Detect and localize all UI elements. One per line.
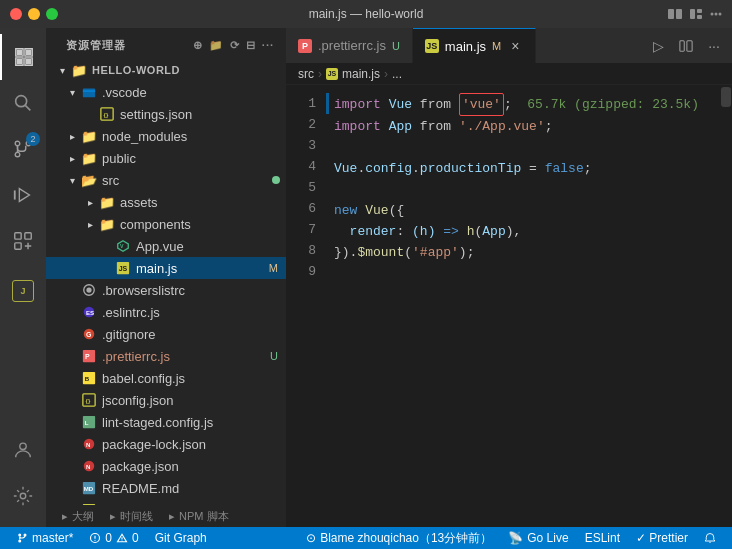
editor-controls: ▷ ··· (640, 28, 732, 63)
svg-point-6 (715, 13, 718, 16)
close-button[interactable] (10, 8, 22, 20)
maximize-button[interactable] (46, 8, 58, 20)
prettier-item[interactable]: ✓ Prettier (628, 527, 696, 549)
tree-arrow-assets: ▸ (82, 194, 98, 210)
svg-point-60 (121, 540, 122, 541)
tree-item-browserslistrc[interactable]: .browserslistrc (46, 279, 286, 301)
git-graph-item[interactable]: Git Graph (147, 527, 215, 549)
panel-label-outline: 大纲 (72, 509, 94, 524)
tree-label-readme: README.md (102, 481, 286, 496)
tree-item-package-json[interactable]: N package.json (46, 455, 286, 477)
code-line-3 (334, 137, 718, 158)
blame-item[interactable]: ⊙ Blame zhouqichao（13分钟前） (298, 527, 500, 549)
sidebar-item-explorer[interactable] (0, 34, 46, 80)
bell-item[interactable] (696, 527, 724, 549)
svg-line-9 (25, 105, 30, 110)
split-editor-icon[interactable] (668, 9, 682, 19)
tree-item-lint-staged[interactable]: L lint-staged.config.js (46, 411, 286, 433)
breadcrumb-part-more[interactable]: ... (392, 67, 402, 81)
tree-item-assets[interactable]: ▸ 📁 assets (46, 191, 286, 213)
npm-scripts-panel[interactable]: ▸ NPM 脚本 (161, 507, 237, 526)
svg-point-7 (719, 13, 722, 16)
file-icon-main-js: JS (114, 259, 132, 277)
tree-item-readme[interactable]: MD README.md (46, 477, 286, 499)
tree-label-components: components (120, 217, 286, 232)
breadcrumb-part-src[interactable]: src (298, 67, 314, 81)
tab-label-prettierrc: .prettierrc.js (318, 38, 386, 53)
svg-text:N: N (86, 463, 90, 470)
run-code-btn[interactable]: ▷ (646, 34, 670, 58)
eslint-item[interactable]: ESLint (577, 527, 628, 549)
split-editor-btn[interactable] (674, 34, 698, 58)
tree-item-public[interactable]: ▸ 📁 public (46, 147, 286, 169)
code-line-8: }).$mount('#app'); (334, 242, 718, 263)
git-branch-item[interactable]: master* (8, 527, 81, 549)
tab-bar-wrapper: P .prettierrc.js U JS main.js M × (286, 28, 640, 63)
tree-item-root[interactable]: ▾ 📁 HELLO-WORLD (46, 59, 286, 81)
layout-icon[interactable] (690, 9, 702, 19)
tree-item-babel-config[interactable]: B babel.config.js (46, 367, 286, 389)
tree-item-components[interactable]: ▸ 📁 components (46, 213, 286, 235)
sidebar-title: 资源管理器 (66, 38, 126, 53)
run-icon (12, 184, 34, 206)
more-icon[interactable] (710, 9, 722, 19)
tree-item-prettierrc[interactable]: P .prettierrc.js U (46, 345, 286, 367)
sidebar-item-run[interactable] (0, 172, 46, 218)
tree-item-vscode[interactable]: ▾ .vscode (46, 81, 286, 103)
search-icon (12, 92, 34, 114)
file-tree: ▾ 📁 HELLO-WORLD ▾ .vscode {} settings.js… (46, 59, 286, 505)
tab-bar: P .prettierrc.js U JS main.js M × ▷ ·· (286, 28, 732, 63)
minimize-button[interactable] (28, 8, 40, 20)
tree-item-gitignore[interactable]: G .gitignore (46, 323, 286, 345)
folder-icon-node-modules: 📁 (80, 127, 98, 145)
svg-text:V: V (120, 243, 124, 249)
code-content[interactable]: import Vue from 'vue'; 65.7k (gzipped: 2… (326, 85, 718, 527)
explorer-icon (13, 46, 35, 68)
tree-item-src[interactable]: ▾ 📂 src (46, 169, 286, 191)
sidebar-item-json[interactable]: J (0, 268, 46, 314)
collapse-icon[interactable]: ⊟ (246, 39, 256, 52)
file-icon-babel-config: B (80, 369, 98, 387)
source-control-badge: 2 (26, 132, 40, 146)
timeline-panel[interactable]: ▸ 时间线 (102, 507, 161, 526)
tree-item-main-js[interactable]: JS main.js M (46, 257, 286, 279)
refresh-icon[interactable]: ⟳ (230, 39, 240, 52)
tree-label-vscode: .vscode (102, 85, 286, 100)
tree-arrow-root: ▾ (54, 62, 70, 78)
new-file-icon[interactable]: ⊕ (193, 39, 203, 52)
blame-label: Blame zhouqichao（13分钟前） (320, 530, 492, 547)
tab-mainjs[interactable]: JS main.js M × (413, 28, 536, 63)
tree-item-app-vue[interactable]: V App.vue (46, 235, 286, 257)
folder-icon-vscode (80, 83, 98, 101)
more-options-icon[interactable]: ··· (262, 39, 274, 52)
sidebar-item-source-control[interactable]: 2 (0, 126, 46, 172)
tab-label-mainjs: main.js (445, 39, 486, 54)
tree-item-node-modules[interactable]: ▸ 📁 node_modules (46, 125, 286, 147)
sidebar-item-accounts[interactable] (0, 427, 46, 473)
svg-point-5 (711, 13, 714, 16)
sidebar-item-search[interactable] (0, 80, 46, 126)
tab-badge-prettierrc: U (392, 40, 400, 52)
tab-close-mainjs[interactable]: × (507, 38, 523, 54)
status-bar-left: master* 0 0 Git Graph (8, 527, 215, 549)
sidebar-item-settings[interactable] (0, 473, 46, 519)
outline-panel[interactable]: ▸ 大纲 (54, 507, 102, 526)
tab-prettierrc[interactable]: P .prettierrc.js U (286, 28, 413, 63)
file-icon-settings-json: {} (98, 105, 116, 123)
new-folder-icon[interactable]: 📁 (209, 39, 224, 52)
editor-scrollbar[interactable] (718, 85, 732, 527)
go-live-item[interactable]: 📡 Go Live (500, 527, 576, 549)
file-icon-gitignore: G (80, 325, 98, 343)
tree-label-package-lock: package-lock.json (102, 437, 286, 452)
tree-item-eslintrc[interactable]: ES .eslintrc.js (46, 301, 286, 323)
tree-item-settings-json[interactable]: {} settings.json (46, 103, 286, 125)
more-actions-btn[interactable]: ··· (702, 34, 726, 58)
sidebar-header-icons: ⊕ 📁 ⟳ ⊟ ··· (193, 39, 274, 52)
breadcrumb-file[interactable]: JS main.js (326, 67, 380, 81)
tree-item-jsconfig-json[interactable]: {} jsconfig.json (46, 389, 286, 411)
sidebar-item-extensions[interactable] (0, 218, 46, 264)
errors-item[interactable]: 0 0 (81, 527, 146, 549)
scrollbar-thumb (721, 87, 731, 107)
tree-item-package-lock[interactable]: N package-lock.json (46, 433, 286, 455)
traffic-lights (10, 8, 58, 20)
